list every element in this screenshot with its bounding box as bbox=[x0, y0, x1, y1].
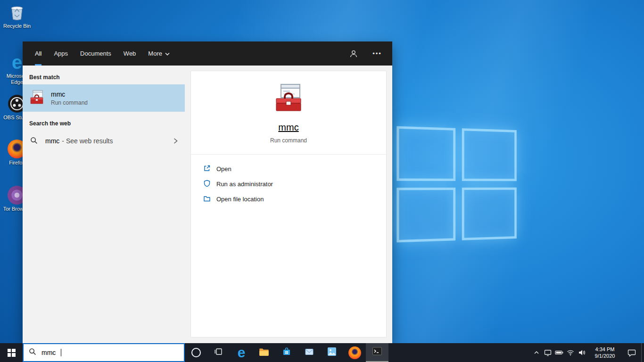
taskbar-clock[interactable]: 4:34 PM 9/1/2020 bbox=[587, 343, 622, 362]
more-options-icon[interactable]: ••• bbox=[372, 48, 383, 59]
tab-apps[interactable]: Apps bbox=[54, 41, 68, 66]
taskbar-photos-button[interactable] bbox=[321, 343, 343, 362]
taskbar-edge-button[interactable]: e bbox=[230, 343, 253, 362]
windows-logo-pane bbox=[396, 126, 455, 181]
tab-label: Documents bbox=[80, 50, 111, 57]
windows-logo bbox=[396, 126, 517, 243]
clock-date: 9/1/2020 bbox=[587, 353, 622, 359]
search-icon bbox=[30, 137, 38, 146]
windows-logo-pane bbox=[396, 188, 455, 242]
action-label: Run as administrator bbox=[216, 181, 273, 188]
open-icon bbox=[203, 165, 211, 173]
preview-pane: mmc Run command Open bbox=[185, 66, 392, 343]
result-texts: mmc Run command bbox=[51, 90, 88, 106]
taskbar-command-prompt-button[interactable] bbox=[366, 343, 388, 362]
tab-label: More bbox=[148, 50, 162, 57]
taskbar-file-explorer-button[interactable] bbox=[253, 343, 275, 362]
web-result-text: mmc- See web results bbox=[45, 137, 113, 145]
cortana-icon bbox=[191, 348, 201, 357]
taskbar-firefox-button[interactable] bbox=[343, 343, 366, 362]
taskbar: mmc e bbox=[0, 343, 644, 362]
search-input-value: mmc bbox=[41, 349, 56, 356]
cortana-button[interactable] bbox=[185, 343, 207, 362]
result-subtitle: Run command bbox=[51, 99, 88, 106]
desktop-icon-label: Recycle Bin bbox=[3, 23, 31, 29]
windows-logo-pane bbox=[462, 128, 517, 181]
best-match-header: Best match bbox=[23, 69, 185, 84]
volume-icon[interactable] bbox=[576, 343, 587, 362]
mmc-toolbox-icon-large bbox=[273, 82, 304, 115]
search-panel-body: Best match bbox=[23, 66, 392, 343]
windows-start-icon bbox=[8, 349, 16, 357]
command-prompt-icon bbox=[372, 346, 383, 359]
desktop-icon-recycle-bin[interactable]: Recycle Bin bbox=[1, 3, 33, 29]
mmc-toolbox-icon bbox=[29, 90, 44, 107]
display-tray-icon[interactable] bbox=[542, 343, 553, 362]
web-search-result[interactable]: mmc- See web results bbox=[23, 131, 185, 151]
tab-documents[interactable]: Documents bbox=[80, 41, 111, 66]
firefox-icon bbox=[348, 346, 361, 359]
preview-subtitle: Run command bbox=[270, 137, 307, 144]
open-file-location-action[interactable]: Open file location bbox=[203, 191, 264, 206]
mail-icon bbox=[304, 346, 315, 359]
taskbar-mail-button[interactable] bbox=[298, 343, 321, 362]
show-desktop-button[interactable] bbox=[641, 343, 644, 362]
taskbar-store-button[interactable] bbox=[275, 343, 298, 362]
search-panel: All Apps Documents Web More bbox=[23, 41, 392, 343]
recycle-bin-icon bbox=[8, 3, 26, 22]
task-view-icon bbox=[214, 347, 223, 358]
tab-label: All bbox=[35, 50, 41, 57]
action-label: Open bbox=[216, 165, 231, 173]
chevron-down-icon bbox=[165, 50, 170, 57]
tab-label: Web bbox=[124, 50, 136, 57]
account-icon[interactable] bbox=[348, 48, 359, 59]
preview-card: mmc Run command Open bbox=[190, 71, 387, 337]
action-center-button[interactable] bbox=[622, 343, 641, 362]
taskbar-search-input[interactable]: mmc bbox=[23, 343, 185, 362]
web-query: mmc bbox=[45, 137, 59, 145]
best-match-result[interactable]: mmc Run command bbox=[23, 84, 185, 112]
tab-more[interactable]: More bbox=[148, 41, 170, 66]
network-icon[interactable] bbox=[565, 343, 576, 362]
tab-all[interactable]: All bbox=[35, 41, 41, 66]
chevron-right-icon bbox=[173, 138, 178, 144]
search-the-web-header: Search the web bbox=[23, 112, 185, 131]
hidden-icons-chevron-icon[interactable] bbox=[531, 343, 542, 362]
desktop: Recycle Bin e Microsoft Edge OBS Studio … bbox=[0, 0, 644, 362]
edge-icon: e bbox=[238, 346, 246, 360]
search-panel-header: All Apps Documents Web More bbox=[23, 41, 392, 66]
folder-icon bbox=[203, 195, 211, 204]
tab-web[interactable]: Web bbox=[124, 41, 136, 66]
open-action[interactable]: Open bbox=[203, 161, 231, 176]
photos-icon bbox=[326, 346, 338, 359]
web-suffix: - See web results bbox=[62, 137, 113, 145]
battery-icon[interactable] bbox=[553, 343, 565, 362]
search-icon bbox=[29, 348, 36, 357]
start-button[interactable] bbox=[0, 343, 23, 362]
search-header-actions: ••• bbox=[348, 41, 383, 66]
system-tray: 4:34 PM 9/1/2020 bbox=[531, 343, 644, 362]
tab-label: Apps bbox=[54, 50, 68, 57]
microsoft-store-icon bbox=[281, 346, 292, 359]
clock-time: 4:34 PM bbox=[587, 346, 622, 353]
file-explorer-icon bbox=[258, 346, 270, 360]
text-caret bbox=[61, 349, 61, 356]
search-results-list: Best match bbox=[23, 66, 185, 343]
result-title: mmc bbox=[51, 90, 88, 98]
task-view-button[interactable] bbox=[207, 343, 230, 362]
run-as-administrator-action[interactable]: Run as administrator bbox=[203, 176, 273, 191]
preview-actions: Open Run as administrator bbox=[191, 155, 386, 206]
shield-icon bbox=[203, 180, 211, 189]
preview-title[interactable]: mmc bbox=[278, 122, 298, 133]
windows-logo-pane bbox=[462, 188, 517, 240]
action-label: Open file location bbox=[216, 196, 264, 203]
